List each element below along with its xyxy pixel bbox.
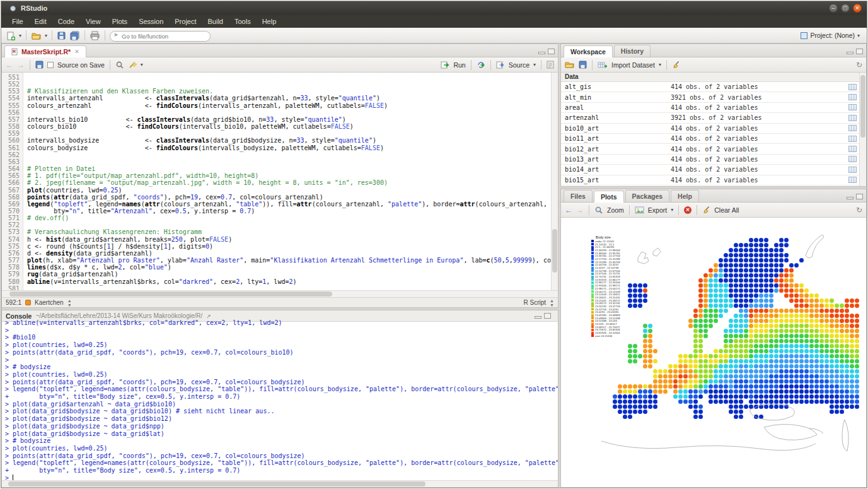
console-horizontal-scrollbar[interactable] xyxy=(2,480,558,487)
zoom-plot-icon[interactable] xyxy=(594,205,603,214)
menu-code[interactable]: Code xyxy=(52,16,80,27)
previous-plot-icon[interactable]: ← xyxy=(565,206,572,215)
pane-minimize-icon[interactable] xyxy=(847,52,854,54)
code-line[interactable]: plot(h, xlab="Artenzahl pro Raster", yla… xyxy=(27,257,551,264)
save-workspace-icon[interactable] xyxy=(579,61,587,69)
source-on-save-checkbox[interactable] xyxy=(47,62,54,68)
goto-input[interactable] xyxy=(110,31,211,42)
export-plot-icon[interactable] xyxy=(635,206,644,214)
code-line[interactable]: abline(v=intervalls_artenzahl$brks, col=… xyxy=(27,278,551,285)
scope-label[interactable]: Kaertchen xyxy=(35,299,64,306)
tab-packages[interactable]: Packages xyxy=(625,190,669,202)
menu-view[interactable]: View xyxy=(80,16,107,27)
tab-files[interactable]: Files xyxy=(564,190,593,202)
view-data-icon[interactable] xyxy=(848,156,857,162)
tab-help[interactable]: Help xyxy=(671,190,699,202)
menu-project[interactable]: Project xyxy=(169,16,202,27)
view-data-icon[interactable] xyxy=(848,177,857,183)
code-line[interactable] xyxy=(27,285,551,290)
file-type-label[interactable]: R Script xyxy=(524,299,547,306)
code-line[interactable] xyxy=(27,130,551,137)
code-line[interactable]: # Plotten in Datei xyxy=(27,165,551,172)
maximize-button[interactable]: □ xyxy=(841,4,850,13)
table-row[interactable]: bio12_art414 obs. of 2 variables xyxy=(561,144,859,154)
console-output[interactable]: > abline(v=intervalls_artenzahl$brks, co… xyxy=(2,319,558,480)
editor-vertical-scrollbar[interactable] xyxy=(551,73,558,290)
project-menu-button[interactable]: Project: (None) ▾ xyxy=(801,32,862,39)
window-titlebar[interactable]: RStudio – □ ✕ xyxy=(1,1,867,15)
load-workspace-icon[interactable] xyxy=(565,61,575,69)
pane-minimize-icon[interactable] xyxy=(847,197,854,199)
pane-maximize-icon[interactable] xyxy=(856,194,863,199)
table-row[interactable]: bio13_art414 obs. of 2 variables xyxy=(561,155,859,165)
source-dropdown[interactable]: ▾ xyxy=(533,62,536,68)
code-line[interactable]: # 2. jpeg(filename = "output/map_artenza… xyxy=(27,179,551,186)
table-row[interactable]: bio15_art414 obs. of 2 variables xyxy=(561,175,859,186)
next-plot-icon[interactable]: → xyxy=(576,206,584,215)
code-line[interactable]: colours_bodysize <- findColours(interval… xyxy=(27,144,551,151)
export-dropdown[interactable]: ▾ xyxy=(671,207,673,213)
console-minimize-icon[interactable] xyxy=(535,316,541,319)
minimize-button[interactable]: – xyxy=(829,4,838,13)
menu-help[interactable]: Help xyxy=(257,16,282,27)
view-data-icon[interactable] xyxy=(848,136,857,142)
import-dataset-dropdown[interactable]: ▾ xyxy=(659,62,661,68)
code-line[interactable]: intervalls_bodysize <- classIntervals(da… xyxy=(27,137,551,144)
code-line[interactable] xyxy=(27,109,551,116)
workspace-vertical-scrollbar[interactable] xyxy=(859,73,866,186)
view-data-icon[interactable] xyxy=(848,146,857,152)
view-data-icon[interactable] xyxy=(848,84,857,90)
menu-plots[interactable]: Plots xyxy=(107,16,133,27)
rerun-icon[interactable] xyxy=(477,61,485,69)
export-label[interactable]: Export xyxy=(648,206,667,214)
code-line[interactable]: # Veranschaulichung Klassengrenzen: Hist… xyxy=(27,228,551,235)
code-line[interactable]: rug(data_grid$artenzahl) xyxy=(27,271,551,278)
code-line[interactable]: h <- hist(data_grid$artenzahl, breaks=25… xyxy=(27,236,551,243)
table-row[interactable]: bio16_art414 obs. of 2 variables xyxy=(561,186,859,186)
tab-masterskript[interactable]: R MasterSkript.R* ✕ xyxy=(4,45,86,57)
import-dataset-icon[interactable] xyxy=(598,61,608,69)
view-data-icon[interactable] xyxy=(848,125,857,131)
find-replace-icon[interactable] xyxy=(115,60,124,69)
code-line[interactable]: # 1. pdf(file="output/map_artenzahl.pdf"… xyxy=(27,172,551,179)
open-recent-dropdown[interactable]: ▾ xyxy=(45,33,47,38)
refresh-plot-icon[interactable]: ↻ xyxy=(856,206,862,215)
code-line[interactable]: intervalls_artenzahl <- classIntervals(d… xyxy=(27,95,551,102)
zoom-label[interactable]: Zoom xyxy=(607,206,624,214)
pane-maximize-icon[interactable] xyxy=(856,49,863,54)
table-row[interactable]: bio11_art414 obs. of 2 variables xyxy=(561,134,859,144)
print-icon[interactable] xyxy=(90,30,100,41)
code-line[interactable]: colours_bio10 <- findColours(intervalls_… xyxy=(27,123,551,130)
import-dataset-label[interactable]: Import Dataset xyxy=(611,61,655,69)
table-row[interactable]: areal414 obs. of 2 variables xyxy=(561,103,859,113)
code-line[interactable]: plot(countries, lwd=0.25) xyxy=(27,187,551,194)
code-line[interactable] xyxy=(27,158,551,165)
nav-forward-icon[interactable]: → xyxy=(17,61,25,69)
menu-build[interactable]: Build xyxy=(202,16,229,27)
clear-all-label[interactable]: Clear All xyxy=(714,206,739,214)
source-button-label[interactable]: Source xyxy=(509,61,529,69)
code-line[interactable]: points(attr(data_grid_spdf, "coords"), p… xyxy=(27,194,551,201)
code-line[interactable]: bty="n", title="Artenzahl", cex=0.5, y.i… xyxy=(27,208,551,215)
clear-workspace-broom-icon[interactable] xyxy=(672,61,680,69)
source-maximize-icon[interactable] xyxy=(548,49,555,54)
close-button[interactable]: ✕ xyxy=(853,4,862,13)
view-data-icon[interactable] xyxy=(848,115,857,121)
table-row[interactable]: artenzahl3921 obs. of 2 variables xyxy=(561,113,859,123)
source-file-icon[interactable] xyxy=(496,61,505,69)
menu-session[interactable]: Session xyxy=(133,16,169,27)
editor-horizontal-scrollbar[interactable] xyxy=(2,290,558,297)
tab-history[interactable]: History xyxy=(614,45,651,57)
code-line[interactable]: c <- round (h$counts[1] / h$density[1], … xyxy=(27,243,551,250)
code-line[interactable] xyxy=(27,221,551,228)
new-file-icon[interactable] xyxy=(6,30,16,41)
remove-plot-icon[interactable]: ✕ xyxy=(684,206,692,214)
view-data-icon[interactable] xyxy=(848,167,857,173)
table-row[interactable]: alt_gis414 obs. of 2 variables xyxy=(561,82,859,92)
close-tab-icon[interactable]: ✕ xyxy=(74,49,79,55)
code-line[interactable]: lines(d$x, d$y * c, lwd=2, col="blue") xyxy=(27,264,551,271)
code-line[interactable]: colours_artenzahl <- findColours(interva… xyxy=(27,102,551,109)
open-file-icon[interactable] xyxy=(31,30,42,41)
code-tools-dropdown[interactable]: ▾ xyxy=(141,62,143,68)
table-row[interactable]: bio14_art414 obs. of 2 variables xyxy=(561,165,859,175)
